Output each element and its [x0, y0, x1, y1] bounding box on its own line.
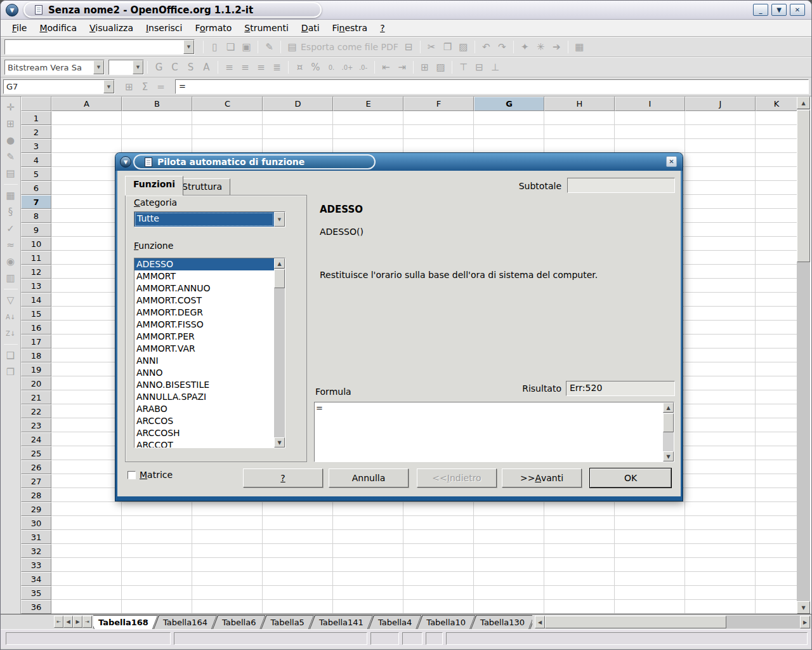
close-button[interactable]: ✕ — [790, 4, 805, 16]
sheet-tab-tabella4[interactable]: Tabella4 — [369, 615, 421, 629]
row-header-31[interactable]: 31 — [21, 530, 51, 544]
align-top-icon[interactable]: ⊤ — [456, 60, 471, 75]
row-header-5[interactable]: 5 — [21, 167, 51, 181]
row-header-14[interactable]: 14 — [21, 293, 51, 307]
function-item-ammort.cost[interactable]: AMMORT.COST — [134, 295, 274, 307]
formula-input-line[interactable]: = — [175, 79, 809, 94]
menu-item-modifica[interactable]: Modifica — [33, 20, 83, 36]
borders-icon[interactable]: ⊞ — [417, 60, 432, 75]
autospellcheck-icon[interactable]: ≈ — [3, 237, 18, 253]
row-header-28[interactable]: 28 — [21, 488, 51, 502]
column-header-C[interactable]: C — [192, 96, 263, 111]
insert-cells-icon[interactable]: ⊞ — [3, 116, 18, 131]
font-size-combobox[interactable]: ▼ — [108, 60, 144, 75]
scroll-left-icon[interactable]: ◀ — [535, 616, 545, 628]
indietro-button[interactable]: << Indietro — [417, 468, 497, 488]
function-item-ammort.per[interactable]: AMMORT.PER — [134, 331, 274, 343]
help-button[interactable]: ? — [243, 468, 323, 488]
align-center-icon[interactable]: ≡ — [238, 60, 252, 75]
menu-item-strumenti[interactable]: Strumenti — [238, 20, 295, 36]
column-header-B[interactable]: B — [122, 96, 192, 111]
function-item-annulla.spazi[interactable]: ANNULLA.SPAZI — [134, 391, 274, 403]
number-currency-icon[interactable]: ¤ — [292, 60, 307, 75]
menu-item-visualizza[interactable]: Visualizza — [83, 20, 140, 36]
undo-icon[interactable]: ↶ — [479, 40, 494, 55]
insert-object-icon[interactable]: ● — [3, 133, 18, 148]
font-color-icon[interactable]: A — [199, 60, 214, 75]
scroll-up-icon[interactable]: ▲ — [274, 258, 285, 269]
font-name-combobox[interactable]: ▼ — [4, 60, 105, 75]
row-header-3[interactable]: 3 — [21, 139, 51, 153]
function-item-ammort[interactable]: AMMORT — [134, 270, 274, 282]
row-header-4[interactable]: 4 — [21, 153, 51, 167]
font-name-input[interactable] — [5, 60, 93, 74]
row-header-18[interactable]: 18 — [21, 348, 51, 362]
column-header-J[interactable]: J — [685, 96, 756, 111]
function-autopilot-icon[interactable]: ⊞ — [122, 79, 136, 94]
scroll-down-icon[interactable]: ▼ — [663, 451, 674, 461]
row-header-29[interactable]: 29 — [21, 502, 51, 516]
row-header-2[interactable]: 2 — [21, 125, 51, 139]
align-right-icon[interactable]: ≡ — [254, 60, 268, 75]
draw-functions-icon[interactable]: ✎ — [3, 149, 18, 164]
row-header-23[interactable]: 23 — [21, 418, 51, 432]
spellcheck-icon[interactable]: ✓ — [3, 221, 18, 236]
matrice-checkbox[interactable] — [128, 471, 136, 479]
column-header-G[interactable]: G — [474, 96, 544, 111]
paste-icon[interactable]: ▨ — [456, 40, 471, 55]
font-name-dropdown-icon[interactable]: ▼ — [93, 60, 104, 74]
equals-icon[interactable]: = — [154, 79, 168, 94]
hyperlink-icon[interactable]: ➔ — [549, 40, 564, 55]
dialog-close-button[interactable]: ✕ — [666, 156, 677, 167]
name-box[interactable]: ▼ — [3, 79, 115, 94]
function-item-ammort.annuo[interactable]: AMMORT.ANNUO — [134, 282, 274, 295]
shade-button[interactable]: ▼ — [771, 4, 787, 16]
row-header-35[interactable]: 35 — [21, 586, 51, 600]
minimize-button[interactable]: _ — [753, 4, 768, 16]
new-document-icon[interactable]: ▯ — [207, 40, 222, 55]
sheet-tab-tabella10[interactable]: Tabella10 — [417, 615, 475, 629]
add-decimal-icon[interactable]: .0+ — [340, 60, 355, 75]
number-standard-icon[interactable]: 0. — [324, 60, 339, 75]
row-header-30[interactable]: 30 — [21, 516, 51, 530]
function-item-ammort.fisso[interactable]: AMMORT.FISSO — [134, 319, 274, 331]
sheet-tab-tabella6[interactable]: Tabella6 — [213, 615, 265, 629]
url-input[interactable] — [5, 40, 183, 54]
function-item-ammort.degr[interactable]: AMMORT.DEGR — [134, 307, 274, 319]
row-header-34[interactable]: 34 — [21, 572, 51, 586]
row-header-25[interactable]: 25 — [21, 446, 51, 460]
row-header-8[interactable]: 8 — [21, 209, 51, 223]
sheet-tab-tabella164[interactable]: Tabella164 — [154, 615, 217, 629]
find-replace-icon[interactable]: ◉ — [3, 254, 18, 269]
align-left-icon[interactable]: ≡ — [222, 60, 237, 75]
sum-icon[interactable]: Σ — [138, 79, 152, 94]
row-header-21[interactable]: 21 — [21, 390, 51, 404]
bold-icon[interactable]: G — [152, 60, 166, 75]
export-pdf-icon[interactable]: ▤ — [285, 40, 299, 55]
function-item-adesso[interactable]: ADESSO — [134, 258, 274, 270]
avanti-button[interactable]: >> Avanti — [502, 468, 582, 488]
sheet-tab-tabella141[interactable]: Tabella141 — [310, 615, 373, 629]
url-combobox[interactable]: ▼ — [4, 39, 195, 55]
formula-editor[interactable]: = ▲ ▼ — [314, 402, 674, 462]
last-sheet-icon[interactable]: ⇥ — [82, 616, 92, 628]
remove-decimal-icon[interactable]: .0- — [356, 60, 370, 75]
sheet-tab-tabella5[interactable]: Tabella5 — [261, 615, 313, 629]
row-header-24[interactable]: 24 — [21, 432, 51, 446]
horizontal-scrollbar[interactable]: ◀ ▶ — [535, 616, 810, 628]
row-header-13[interactable]: 13 — [21, 279, 51, 293]
row-header-20[interactable]: 20 — [21, 376, 51, 390]
italic-icon[interactable]: C — [167, 60, 182, 75]
function-item-arccos[interactable]: ARCCOS — [134, 415, 274, 427]
font-size-input[interactable] — [109, 60, 133, 74]
insert-special-icon[interactable]: § — [3, 204, 18, 220]
formula-text[interactable]: = — [316, 403, 662, 461]
sort-descending-icon[interactable]: Z↓ — [3, 326, 18, 341]
column-header-K[interactable]: K — [756, 96, 797, 111]
next-sheet-icon[interactable]: ▶ — [73, 616, 82, 628]
function-item-anno[interactable]: ANNO — [134, 367, 274, 379]
dialog-sysmenu-button[interactable]: ▼ — [120, 156, 131, 168]
subtotale-field[interactable] — [567, 178, 675, 193]
menu-item-formato[interactable]: Formato — [188, 20, 238, 36]
categoria-dropdown-icon[interactable]: ▼ — [274, 212, 285, 227]
